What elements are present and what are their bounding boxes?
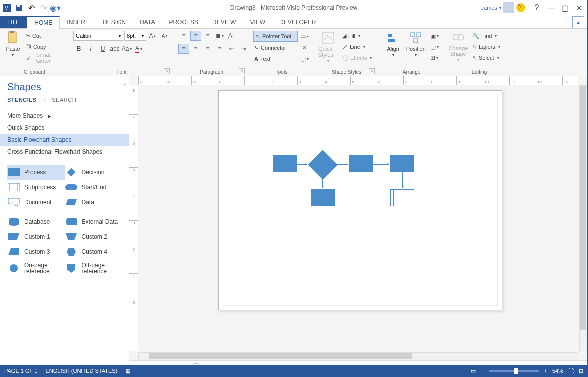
position-button[interactable]: Position▾ xyxy=(406,31,426,58)
drawing-page[interactable] xyxy=(218,90,502,310)
align-middle-icon[interactable]: ≡ xyxy=(190,31,202,41)
text-block-icon[interactable]: ⬚ xyxy=(299,54,310,64)
shape-data[interactable]: Data xyxy=(65,195,122,210)
redo-icon[interactable]: ↷ xyxy=(38,3,48,13)
shape-custom2[interactable]: Custom 2 xyxy=(65,230,122,244)
fit-page-icon[interactable]: ⛶ xyxy=(568,368,574,374)
underline-button[interactable]: U xyxy=(98,44,108,54)
select-button[interactable]: ↖Select xyxy=(472,53,502,63)
rectangle-tool-button[interactable]: ▭ xyxy=(299,32,310,42)
shape-custom3[interactable]: Custom 3 xyxy=(8,244,65,260)
search-tab[interactable]: SEARCH xyxy=(52,97,76,103)
connector-3[interactable] xyxy=(374,164,390,165)
format-painter-button[interactable]: 🖌Format Painter xyxy=(25,53,65,63)
stencil-cross-functional[interactable]: Cross-Functional Flowchart Shapes xyxy=(0,146,129,158)
shape-document[interactable]: Document xyxy=(8,195,65,210)
stencil-more-shapes[interactable]: More Shapes ▶ xyxy=(0,110,129,122)
connector-tool-button[interactable]: ⤷Connector xyxy=(254,43,288,53)
shape-subprocess[interactable]: Subprocess xyxy=(8,180,65,195)
pointer-tool-button[interactable]: ↖Pointer Tool xyxy=(254,31,298,42)
flowchart-process-3[interactable] xyxy=(390,156,414,172)
vertical-ruler[interactable]: 876543210 xyxy=(130,86,138,352)
align-center-icon[interactable]: ≡ xyxy=(190,44,202,54)
connector-5[interactable] xyxy=(402,172,403,188)
save-icon[interactable] xyxy=(14,3,24,13)
decrease-font-icon[interactable]: A▼ xyxy=(160,31,170,41)
shape-custom1[interactable]: Custom 1 xyxy=(8,230,65,244)
flowchart-process-1[interactable] xyxy=(274,156,298,172)
user-account[interactable]: James▾ xyxy=(482,2,526,14)
horizontal-scrollbar[interactable] xyxy=(138,352,578,360)
zoom-slider[interactable] xyxy=(490,370,540,372)
shape-external-data[interactable]: External Data xyxy=(65,214,122,230)
flowchart-process-4[interactable] xyxy=(311,190,335,206)
increase-indent-icon[interactable]: ⇥ xyxy=(238,44,250,54)
change-shape-button[interactable]: Change Shape▾ xyxy=(448,31,468,62)
quick-styles-button[interactable]: Quick Styles▾ xyxy=(318,31,338,64)
decrease-indent-icon[interactable]: ⇤ xyxy=(226,44,238,54)
flowchart-process-2[interactable] xyxy=(350,156,374,172)
font-size-combo[interactable]: 8pt.▾ xyxy=(124,31,146,41)
paragraph-dialog-launcher[interactable]: ↘ xyxy=(239,68,245,74)
align-button[interactable]: Align▾ xyxy=(384,31,404,58)
bold-button[interactable]: B xyxy=(74,44,84,54)
effects-button[interactable]: ◯Effects xyxy=(342,53,373,63)
stencils-tab[interactable]: STENCILS xyxy=(8,97,36,103)
connector-4[interactable] xyxy=(322,180,323,188)
tab-insert[interactable]: INSERT xyxy=(60,16,96,28)
flowchart-decision[interactable] xyxy=(308,150,338,180)
font-name-combo[interactable]: Calibri▾ xyxy=(74,31,124,41)
pan-zoom-icon[interactable]: ⊞ xyxy=(579,368,584,374)
close-button[interactable]: ✕ xyxy=(572,3,586,13)
group-icon[interactable]: ⊞ xyxy=(429,53,440,63)
shapestyles-dialog-launcher[interactable]: ↘ xyxy=(369,68,375,74)
shape-database[interactable]: Database xyxy=(8,214,65,230)
font-color-button[interactable]: A xyxy=(134,44,144,54)
paste-button[interactable]: Paste ▾ xyxy=(4,31,22,58)
find-button[interactable]: 🔍Find xyxy=(472,31,502,41)
tab-review[interactable]: REVIEW xyxy=(206,16,243,28)
tab-file[interactable]: FILE xyxy=(0,16,27,28)
copy-button[interactable]: ⿻Copy xyxy=(25,42,65,52)
font-dialog-launcher[interactable]: ↘ xyxy=(164,68,170,74)
tab-data[interactable]: DATA xyxy=(133,16,162,28)
text-direction-icon[interactable]: A↕ xyxy=(226,31,238,41)
tab-design[interactable]: DESIGN xyxy=(96,16,133,28)
shape-offpage-ref[interactable]: Off-page reference xyxy=(65,260,122,278)
shape-onpage-ref[interactable]: On-page reference xyxy=(8,260,65,278)
shape-decision[interactable]: Decision xyxy=(65,165,122,180)
shape-custom4[interactable]: Custom 4 xyxy=(65,244,122,260)
connector-2[interactable] xyxy=(338,164,348,165)
strike-button[interactable]: abc xyxy=(110,44,120,54)
align-right-icon[interactable]: ≡ xyxy=(202,44,214,54)
ribbon-collapse-button[interactable]: ▲ xyxy=(572,16,584,28)
stencil-quick-shapes[interactable]: Quick Shapes xyxy=(0,122,129,134)
increase-font-icon[interactable]: A▲ xyxy=(148,31,158,41)
align-bottom-icon[interactable]: ≡ xyxy=(202,31,214,41)
align-top-icon[interactable]: ≡ xyxy=(178,31,190,41)
tab-developer[interactable]: DEVELOPER xyxy=(272,16,323,28)
macro-recorder-icon[interactable]: ▦ xyxy=(126,368,130,374)
status-language[interactable]: ENGLISH (UNITED STATES) xyxy=(46,368,118,374)
presentation-mode-icon[interactable]: ▭ xyxy=(471,368,476,374)
horizontal-ruler[interactable]: -3-2-1012345678910111213 xyxy=(138,76,578,86)
drawing-canvas[interactable] xyxy=(138,86,578,352)
vertical-scrollbar[interactable] xyxy=(580,86,588,352)
align-left-icon[interactable]: ≡ xyxy=(178,44,190,54)
flowchart-subprocess[interactable] xyxy=(390,190,414,206)
fill-button[interactable]: ◢Fill xyxy=(342,31,373,41)
bullets-button[interactable]: ≣ xyxy=(214,31,226,41)
zoom-out-button[interactable]: − xyxy=(481,368,484,374)
layers-button[interactable]: ≋Layers xyxy=(472,42,502,52)
qat-more-icon[interactable]: ◉▾ xyxy=(50,3,60,13)
shape-process[interactable]: Process xyxy=(8,165,65,180)
send-back-icon[interactable]: ▢ xyxy=(429,42,440,52)
zoom-level[interactable]: 54% xyxy=(552,368,564,374)
italic-button[interactable]: I xyxy=(86,44,96,54)
maximize-button[interactable]: ▢ xyxy=(558,3,572,13)
line-button[interactable]: ／Line xyxy=(342,42,373,52)
connector-1[interactable] xyxy=(298,164,308,165)
cut-button[interactable]: ✂Cut xyxy=(25,31,65,41)
help-icon[interactable]: ? xyxy=(530,3,544,13)
align-justify-icon[interactable]: ≡ xyxy=(214,44,226,54)
